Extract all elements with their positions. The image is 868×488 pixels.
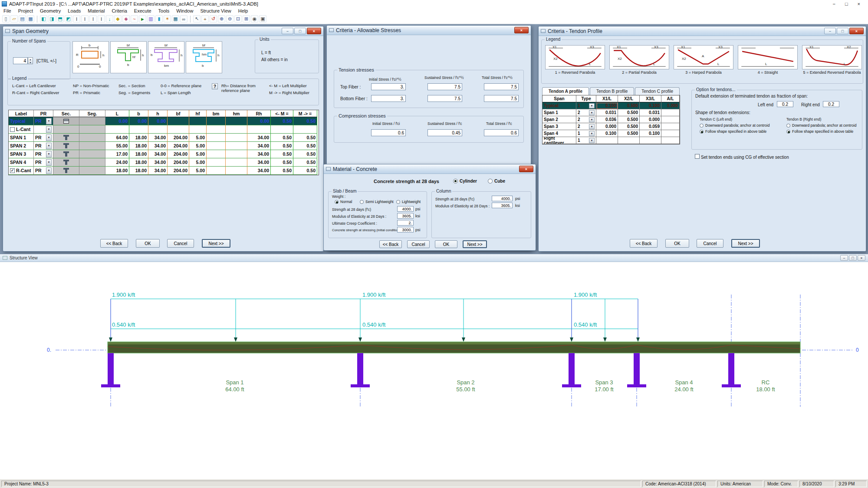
value-cell[interactable]: 0.100 <box>640 102 661 109</box>
value-cell[interactable]: 0.100 <box>596 102 618 109</box>
value-cell[interactable] <box>189 117 207 125</box>
pr-select[interactable]: ▼ <box>34 125 53 134</box>
tendon-shape-1[interactable]: X1X3X2L1 = Reversed Parabola <box>545 45 605 78</box>
value-cell[interactable]: 0.50 <box>271 117 293 125</box>
value-cell[interactable]: 204.00 <box>168 167 189 175</box>
type-select[interactable]: 2▼ <box>576 109 596 116</box>
section-cell[interactable] <box>53 167 79 175</box>
value-cell[interactable]: 0.100 <box>640 130 661 137</box>
value-cell[interactable]: 18.00 <box>105 167 129 175</box>
cube-radio[interactable]: Cube <box>488 179 505 183</box>
value-cell[interactable] <box>207 125 226 134</box>
value-cell[interactable]: 34.00 <box>247 150 271 158</box>
value-cell[interactable]: 0.000 <box>661 102 680 109</box>
tab-tendon-c-profile[interactable]: Tendon C profile <box>635 87 680 95</box>
dropdown-arrow-icon[interactable]: ▼ <box>46 118 52 124</box>
value-cell[interactable]: 18.00 <box>129 150 148 158</box>
value-cell[interactable] <box>129 125 148 134</box>
minimize-icon[interactable]: − <box>832 1 835 7</box>
value-cell[interactable]: 24.00 <box>105 158 129 167</box>
tendon-b-follow-radio[interactable]: Follow shape specified in above table <box>786 129 853 134</box>
maximize-button[interactable]: □ <box>837 28 848 34</box>
strength-28-input[interactable]: 4000. <box>397 206 414 212</box>
back-button[interactable]: << Back <box>630 239 658 248</box>
value-cell[interactable]: 5.00 <box>189 134 207 142</box>
section-cell[interactable] <box>53 158 79 167</box>
value-cell[interactable] <box>247 125 271 134</box>
segment-cell[interactable] <box>79 158 105 167</box>
segment-cell[interactable] <box>79 134 105 142</box>
type-select[interactable]: 2▼ <box>576 123 596 130</box>
row-checkbox[interactable]: ✓ <box>10 168 15 173</box>
value-cell[interactable]: 0.031 <box>596 109 618 116</box>
close-button[interactable]: × <box>858 255 865 261</box>
minimize-button[interactable]: − <box>840 255 848 261</box>
tendon-icon[interactable]: ~ <box>131 15 138 23</box>
back-button[interactable]: << Back <box>379 240 402 248</box>
bottom-fiber-total-input[interactable]: 7.5 <box>484 95 519 102</box>
value-cell[interactable] <box>661 130 680 137</box>
menu-help[interactable]: Help <box>235 8 252 14</box>
tendon-shape-2[interactable]: X1X3X2L2 = Partial Parabola <box>609 45 669 78</box>
value-cell[interactable] <box>207 142 226 150</box>
semi-lightweight-radio[interactable]: Semi Lightweight <box>360 200 394 204</box>
value-cell[interactable]: 18.00 <box>129 167 148 175</box>
value-cell[interactable]: 34.00 <box>148 150 168 158</box>
top-fiber-initial-input[interactable]: 3. <box>371 83 406 90</box>
type-select[interactable]: 1▼ <box>576 102 596 109</box>
value-cell[interactable] <box>226 125 247 134</box>
ok-button[interactable]: OK <box>435 240 457 248</box>
value-cell[interactable] <box>226 167 247 175</box>
maximize-button[interactable]: □ <box>294 28 306 34</box>
type-select[interactable]: 2▼ <box>576 116 596 123</box>
close-button[interactable]: × <box>307 28 321 34</box>
close-icon[interactable]: × <box>858 1 860 7</box>
value-cell[interactable] <box>293 125 317 134</box>
spin-up-icon[interactable]: ▲ <box>30 58 32 61</box>
value-cell[interactable]: 0.00 <box>105 117 129 125</box>
span-segment-4-icon[interactable]: I <box>98 15 105 23</box>
value-cell[interactable]: 0.000 <box>640 116 661 123</box>
value-cell[interactable]: 55.00 <box>105 142 129 150</box>
tendon-c-downward-radio[interactable]: Downward parabola; anchor at centroid <box>700 123 769 128</box>
menu-execute[interactable]: Execute <box>131 8 155 14</box>
tendon-shape-5[interactable]: X1X2L5 = Extended Reversed Parabola <box>802 45 862 78</box>
value-cell[interactable]: 5.00 <box>189 158 207 167</box>
tendon-shape-4[interactable]: L4 = Straight <box>738 45 798 78</box>
next-button[interactable]: Next >> <box>463 240 487 248</box>
menu-file[interactable]: File <box>0 8 15 14</box>
value-cell[interactable]: 0.50 <box>293 150 317 158</box>
value-cell[interactable]: 0.036 <box>596 116 618 123</box>
cg-checkbox[interactable]: Set tendon ends using CG of effective se… <box>695 154 789 160</box>
spinner[interactable]: ▲ ▼ <box>28 57 33 64</box>
maximize-icon[interactable]: □ <box>845 1 848 7</box>
cancel-button[interactable]: Cancel <box>407 240 430 248</box>
column-strength-input[interactable]: 4000. <box>492 196 513 201</box>
segment-cell[interactable] <box>79 125 105 134</box>
dropdown-arrow-icon[interactable]: ▼ <box>589 124 595 129</box>
value-cell[interactable]: 0.500 <box>618 102 640 109</box>
number-of-spans-input[interactable]: 4 <box>13 57 28 64</box>
maximize-button[interactable]: □ <box>849 255 857 261</box>
creep-input[interactable]: 2. <box>397 220 414 226</box>
section-cell[interactable] <box>53 150 79 158</box>
value-cell[interactable]: 0.031 <box>640 109 661 116</box>
menu-geometry[interactable]: Geometry <box>36 8 64 14</box>
lightweight-radio[interactable]: Lightweight <box>396 200 421 204</box>
value-cell[interactable] <box>207 117 226 125</box>
tendon-c-follow-radio[interactable]: Follow shape specified in above table <box>700 129 766 134</box>
select-icon[interactable]: ↖ <box>193 15 201 23</box>
zoom-extents-icon[interactable]: ⊞ <box>243 15 250 23</box>
dropdown-arrow-icon[interactable]: ▼ <box>589 117 595 122</box>
value-cell[interactable]: 0.500 <box>618 116 640 123</box>
section-cell[interactable] <box>53 117 79 125</box>
next-button[interactable]: Next >> <box>731 239 760 248</box>
value-cell[interactable] <box>148 125 168 134</box>
value-cell[interactable] <box>596 137 618 144</box>
menu-structure-view[interactable]: Structure View <box>197 8 234 14</box>
pr-select[interactable]: PR▼ <box>34 158 53 167</box>
menu-window[interactable]: Window <box>173 8 197 14</box>
minimize-button[interactable]: − <box>824 28 836 34</box>
value-cell[interactable]: 0.50 <box>271 142 293 150</box>
zoom-window-icon[interactable]: ⊡ <box>234 15 242 23</box>
